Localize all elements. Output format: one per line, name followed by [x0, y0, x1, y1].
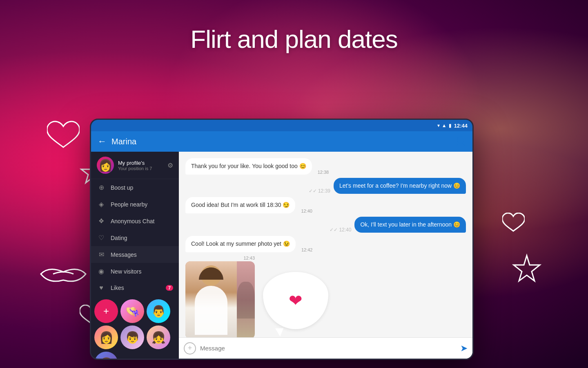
- messages-list: Thank you for your like. You look good t…: [179, 152, 472, 337]
- sidebar-item-likes[interactable]: ♥ Likes 7: [91, 280, 179, 296]
- sidebar-item-dating[interactable]: ♡ Dating: [91, 229, 179, 246]
- avatar-face-1: 👒: [120, 299, 144, 323]
- photo-time: 12:43: [185, 256, 255, 260]
- add-avatar[interactable]: +: [94, 299, 118, 323]
- sidebar-item-nearby[interactable]: ◈ People nearby: [91, 196, 179, 213]
- status-icons: ▾ ▲ ▮: [437, 123, 452, 128]
- profile-name: My profile's: [118, 160, 167, 166]
- signal-icon: ▲: [442, 123, 447, 128]
- contact-name: Marina: [111, 137, 455, 146]
- speech-bubble: ❤: [263, 272, 328, 329]
- tablet: ▾ ▲ ▮ 12:44 ← Marina 👤 👩 My profile's Yo…: [90, 119, 474, 360]
- dating-icon: ♡: [97, 234, 106, 242]
- likes-icon: ♥: [97, 284, 106, 292]
- read-receipt-4: ✓✓ 12:40: [330, 227, 351, 233]
- sidebar-item-boost[interactable]: ⊕ Boost up: [91, 179, 179, 196]
- avatar-face-4: 👦: [120, 325, 144, 349]
- sidebar: 👩 My profile's Your position is 7 ⚙ ⊕ Bo…: [91, 152, 179, 359]
- photo-message: [185, 261, 255, 337]
- sidebar-item-visitors[interactable]: ◉ New visitors: [91, 263, 179, 280]
- add-media-button[interactable]: +: [184, 342, 196, 355]
- status-time: 12:44: [454, 123, 468, 129]
- avatar-4[interactable]: 👦: [120, 325, 144, 349]
- avatar-2[interactable]: 👨: [147, 299, 170, 323]
- avatar-row-1: + 👒 👨: [94, 299, 176, 323]
- nearby-label: People nearby: [111, 201, 173, 208]
- profile-section[interactable]: 👩 My profile's Your position is 7 ⚙: [91, 152, 179, 179]
- visitors-label: New visitors: [111, 268, 173, 275]
- profile-avatar: 👩: [97, 157, 114, 174]
- profile-face: 👩: [97, 157, 114, 174]
- msg-text-1: Thank you for your like. You look good t…: [191, 163, 306, 169]
- likes-badge: 7: [166, 285, 173, 291]
- bubble-4: Ok, I'll text you later in the afternoon…: [354, 217, 466, 233]
- anon-icon: ❖: [97, 217, 106, 225]
- msg-text-3: Good idea! But I'm at work till 18:30 😏: [191, 202, 290, 208]
- input-bar: + ➤: [179, 337, 472, 359]
- back-button[interactable]: ←: [98, 136, 107, 147]
- bubble-1: Thank you for your like. You look good t…: [185, 158, 312, 175]
- photo-content: [185, 261, 255, 337]
- anon-label: Anonymous Chat: [111, 218, 173, 224]
- avatar-face-3: 👩: [94, 325, 118, 349]
- profile-info: My profile's Your position is 7: [118, 160, 167, 171]
- messages-label: Messages: [111, 251, 173, 258]
- settings-icon[interactable]: ⚙: [167, 162, 173, 169]
- wifi-icon: ▾: [437, 123, 440, 128]
- avatar-5[interactable]: 👧: [147, 325, 170, 349]
- battery-icon: ▮: [449, 123, 452, 128]
- message-5: Cool! Look at my summer photo yet 😉 12:4…: [185, 236, 466, 252]
- message-2: ✓✓ 12:39 Let's meet for a coffee? I'm ne…: [185, 178, 466, 194]
- bubble-3: Good idea! But I'm at work till 18:30 😏: [185, 197, 295, 213]
- msg-time-1: 12:38: [318, 170, 329, 175]
- speech-bubble-container: ❤: [255, 256, 336, 333]
- avatar-row-3: 👩: [94, 352, 176, 359]
- status-bar: ▾ ▲ ▮ 12:44: [91, 120, 472, 131]
- boost-label: Boost up: [111, 184, 173, 191]
- msg-time-3: 12:40: [301, 209, 312, 213]
- read-receipt-2: ✓✓ 12:39: [309, 188, 330, 194]
- message-input[interactable]: [200, 345, 456, 352]
- avatar-row-2: 👩 👦 👧: [94, 325, 176, 349]
- likes-label: Likes: [111, 285, 161, 291]
- nearby-icon: ◈: [97, 200, 106, 208]
- msg-time-5: 12:42: [301, 247, 313, 252]
- speech-bubble-wrapper: ❤: [263, 272, 328, 329]
- heart-emoji: ❤: [289, 291, 303, 310]
- msg-text-2: Let's meet for a coffee? I'm nearby righ…: [339, 182, 460, 189]
- avatar-face-6: 👩: [94, 352, 118, 359]
- avatar-face-2: 👨: [147, 299, 170, 323]
- avatar-grid: + 👒 👨 👩 👦 👧: [91, 296, 179, 359]
- avatar-3[interactable]: 👩: [94, 325, 118, 349]
- send-button[interactable]: ➤: [460, 343, 468, 354]
- message-4: ✓✓ 12:40 Ok, I'll text you later in the …: [185, 217, 466, 233]
- message-6: 12:43: [185, 256, 466, 337]
- avatar-face-5: 👧: [147, 325, 170, 349]
- avatar-6[interactable]: 👩: [94, 352, 118, 359]
- messages-icon: ✉: [97, 251, 106, 258]
- dating-label: Dating: [111, 235, 173, 241]
- bubble-2: Let's meet for a coffee? I'm nearby righ…: [334, 178, 466, 194]
- sidebar-item-anon[interactable]: ❖ Anonymous Chat: [91, 213, 179, 229]
- bubble-5: Cool! Look at my summer photo yet 😉: [185, 236, 296, 252]
- sidebar-item-messages[interactable]: ✉ Messages: [91, 246, 179, 263]
- app-header: ← Marina 👤: [91, 131, 472, 152]
- message-1: Thank you for your like. You look good t…: [185, 158, 466, 175]
- visitors-icon: ◉: [97, 267, 106, 275]
- message-3: Good idea! But I'm at work till 18:30 😏 …: [185, 197, 466, 213]
- boost-icon: ⊕: [97, 184, 106, 191]
- avatar-1[interactable]: 👒: [120, 299, 144, 323]
- chat-area: Thank you for your like. You look good t…: [179, 152, 472, 359]
- page-title: Flirt and plan dates: [0, 25, 588, 54]
- profile-icon[interactable]: 👤: [455, 136, 466, 147]
- msg-text-5: Cool! Look at my summer photo yet 😉: [191, 240, 290, 247]
- msg-text-4: Ok, I'll text you later in the afternoon…: [360, 221, 460, 228]
- profile-position: Your position is 7: [118, 166, 167, 171]
